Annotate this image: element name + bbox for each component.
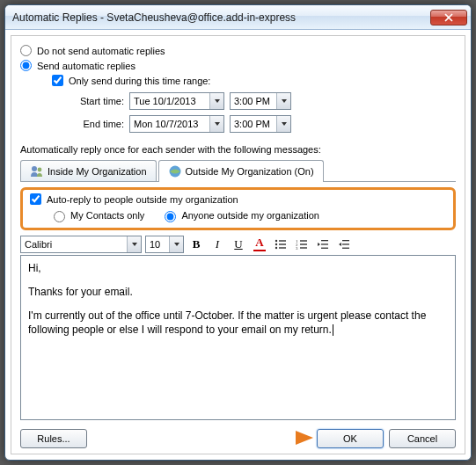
chevron-down-icon — [214, 98, 221, 105]
size-dropdown[interactable] — [169, 236, 183, 252]
italic-button[interactable]: I — [209, 236, 226, 253]
bullets-icon — [275, 238, 287, 251]
automatic-replies-dialog: Automatic Replies - SvetaCheusheva@offic… — [4, 4, 472, 461]
chevron-down-icon — [281, 120, 288, 127]
outdent-button[interactable] — [314, 236, 332, 253]
chevron-down-icon — [131, 241, 138, 248]
svg-rect-20 — [342, 248, 349, 249]
svg-point-3 — [275, 240, 277, 242]
bullets-button[interactable] — [272, 236, 289, 253]
chevron-down-icon — [173, 241, 180, 248]
tabs: Inside My Organization Outside My Organi… — [20, 160, 456, 182]
chevron-down-icon — [281, 98, 288, 105]
dont-send-radio-input[interactable] — [20, 45, 32, 56]
auto-reply-outside-label: Auto-reply to people outside my organiza… — [47, 194, 238, 205]
anyone-outside-radio[interactable]: Anyone outside my organization — [160, 208, 319, 222]
svg-point-0 — [32, 166, 37, 171]
ok-button[interactable]: OK — [317, 429, 384, 448]
end-date-value: Mon 10/7/2013 — [130, 119, 209, 129]
section-text: Automatically reply once for each sender… — [20, 144, 456, 155]
tab-inside[interactable]: Inside My Organization — [20, 160, 157, 182]
tab-inside-label: Inside My Organization — [48, 166, 147, 177]
titlebar[interactable]: Automatic Replies - SvetaCheusheva@offic… — [5, 5, 471, 30]
outside-scope-row: My Contacts only Anyone outside my organ… — [49, 208, 446, 222]
svg-rect-12 — [300, 243, 307, 244]
contacts-only-radio-input[interactable] — [54, 211, 65, 222]
end-time-dropdown[interactable] — [276, 116, 290, 132]
contacts-only-label: My Contacts only — [70, 210, 144, 221]
outdent-icon — [317, 238, 329, 251]
svg-rect-6 — [279, 243, 286, 244]
cancel-button[interactable]: Cancel — [389, 429, 456, 448]
svg-rect-10 — [300, 240, 307, 241]
start-time-dropdown[interactable] — [276, 93, 290, 109]
svg-rect-14 — [300, 247, 307, 248]
window-title: Automatic Replies - SvetaCheusheva@offic… — [12, 11, 430, 24]
numbering-icon: 123 — [296, 238, 308, 251]
svg-rect-16 — [321, 243, 328, 244]
svg-rect-18 — [342, 240, 349, 241]
indent-button[interactable] — [335, 236, 353, 253]
svg-point-7 — [275, 247, 277, 249]
dont-send-label: Do not send automatic replies — [37, 46, 165, 56]
message-editor[interactable]: Hi, Thanks for your email. I'm currently… — [20, 255, 456, 420]
end-time-row: End time: Mon 10/7/2013 3:00 PM — [68, 115, 456, 133]
only-range-check[interactable]: Only send during this time range: — [52, 75, 456, 86]
svg-rect-17 — [321, 248, 328, 249]
size-combo[interactable]: 10 — [145, 236, 184, 253]
message-p2: Thanks for your email. — [28, 285, 448, 300]
tab-outside[interactable]: Outside My Organization (On) — [158, 160, 324, 182]
svg-point-1 — [38, 168, 42, 172]
svg-rect-4 — [279, 240, 286, 241]
anyone-outside-label: Anyone outside my organization — [181, 210, 319, 221]
rules-button[interactable]: Rules... — [20, 429, 87, 448]
numbering-button[interactable]: 123 — [293, 236, 311, 253]
start-time-label: Start time: — [68, 96, 124, 106]
indent-icon — [338, 238, 350, 251]
auto-reply-outside-check[interactable]: Auto-reply to people outside my organiza… — [30, 193, 446, 205]
only-range-label: Only send during this time range: — [69, 76, 210, 86]
end-date-combo[interactable]: Mon 10/7/2013 — [129, 115, 224, 133]
button-row: Rules... OK Cancel — [20, 425, 456, 448]
svg-rect-8 — [279, 247, 286, 248]
arrow-annotation — [183, 427, 315, 450]
svg-rect-19 — [342, 243, 349, 244]
anyone-outside-radio-input[interactable] — [165, 211, 176, 222]
message-p3: I'm currently out of the office until 7-… — [28, 309, 448, 338]
end-date-dropdown[interactable] — [209, 116, 223, 132]
chevron-down-icon — [214, 120, 221, 127]
people-icon — [30, 164, 44, 178]
end-time-label: End time: — [68, 119, 124, 129]
end-time-value: 3:00 PM — [231, 119, 276, 129]
font-color-button[interactable]: A — [251, 236, 268, 253]
close-icon — [444, 13, 453, 22]
auto-reply-outside-check-input[interactable] — [30, 193, 41, 205]
outside-options-highlight: Auto-reply to people outside my organiza… — [20, 187, 456, 230]
start-date-value: Tue 10/1/2013 — [130, 96, 209, 106]
contacts-only-radio[interactable]: My Contacts only — [49, 208, 144, 222]
text-caret — [333, 324, 333, 336]
bold-button[interactable]: B — [187, 236, 205, 253]
font-dropdown[interactable] — [127, 236, 141, 252]
end-time-combo[interactable]: 3:00 PM — [230, 115, 291, 133]
send-label: Send automatic replies — [37, 61, 135, 71]
svg-rect-15 — [321, 240, 328, 241]
dialog-body: Do not send automatic replies Send autom… — [11, 35, 465, 454]
send-radio-input[interactable] — [20, 60, 32, 71]
send-radio[interactable]: Send automatic replies — [20, 60, 456, 71]
start-date-combo[interactable]: Tue 10/1/2013 — [129, 92, 224, 110]
message-p1: Hi, — [28, 261, 448, 276]
font-value: Calibri — [21, 239, 127, 250]
start-time-combo[interactable]: 3:00 PM — [230, 92, 291, 110]
underline-button[interactable]: U — [230, 236, 247, 253]
svg-point-5 — [275, 243, 277, 245]
only-range-check-input[interactable] — [52, 75, 63, 86]
tab-outside-label: Outside My Organization (On) — [186, 166, 314, 177]
close-button[interactable] — [430, 10, 467, 25]
dont-send-radio[interactable]: Do not send automatic replies — [20, 45, 456, 56]
start-date-dropdown[interactable] — [209, 93, 223, 109]
arrow-icon — [183, 427, 315, 448]
globe-icon — [168, 164, 182, 178]
font-combo[interactable]: Calibri — [20, 236, 142, 253]
start-time-value: 3:00 PM — [231, 96, 276, 106]
